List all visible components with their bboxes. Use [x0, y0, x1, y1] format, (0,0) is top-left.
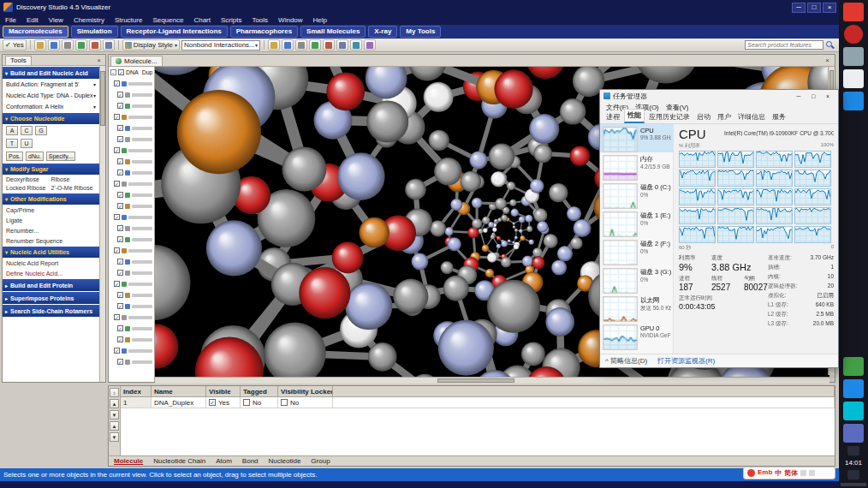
tree-checkbox[interactable]: ✓: [114, 314, 120, 320]
tree-item[interactable]: ✓: [109, 178, 154, 189]
tree-checkbox[interactable]: ✓: [117, 125, 123, 131]
tree-checkbox[interactable]: ✓: [117, 158, 123, 164]
tree-checkbox[interactable]: ✓: [114, 281, 120, 287]
tools-button-specify[interactable]: Specify...: [46, 152, 75, 161]
tools-panel-close-icon[interactable]: ×: [95, 57, 103, 64]
tree-expander-icon[interactable]: −: [110, 69, 116, 75]
taskbar-app-icon[interactable]: [843, 379, 864, 398]
tray-icon[interactable]: [847, 446, 859, 455]
tools-option-nucleic-acid-type-dna-duplex[interactable]: Nucleic Acid Type: DNA - Duplex▾: [3, 90, 99, 101]
tm-tab-[interactable]: 进程: [603, 111, 622, 123]
tree-item[interactable]: ✓: [109, 345, 154, 356]
table-row[interactable]: 1DNA_Duplex✓YesNoNo: [121, 397, 835, 408]
tree-checkbox[interactable]: ✓: [114, 181, 120, 187]
column-header-visible[interactable]: Visible: [206, 386, 241, 397]
row-down-button[interactable]: ▼: [110, 432, 119, 442]
perf-sidebar-cpu[interactable]: CPU9% 3.88 GHz: [600, 124, 673, 152]
taskbar-app-icon[interactable]: [843, 69, 864, 88]
yes-button[interactable]: ✓ Yes: [3, 39, 27, 51]
menu-file[interactable]: File: [0, 16, 21, 24]
ribbon-tab-simulation[interactable]: Simulation: [71, 26, 118, 38]
tree-item[interactable]: ✓: [109, 278, 154, 289]
tools-action-define-nucleic-acid[interactable]: Define Nucleic Acid...: [3, 268, 99, 278]
search-input[interactable]: [745, 40, 823, 50]
tree-root-item[interactable]: −✓DNA_Duplex: [109, 67, 154, 78]
interactions-dropdown[interactable]: Nonbond Interactions... ▾: [181, 40, 260, 51]
tree-item[interactable]: ✓: [109, 245, 154, 256]
tree-checkbox[interactable]: ✓: [117, 292, 123, 298]
tools-action-renumber-sequence[interactable]: Renumber Sequence: [3, 235, 99, 246]
taskbar-clock[interactable]: 14:01: [845, 459, 862, 467]
tools-button-g[interactable]: G: [35, 126, 47, 135]
tree-checkbox[interactable]: ✓: [117, 225, 123, 231]
copy-button[interactable]: [75, 39, 87, 51]
perf-sidebar-0-c[interactable]: 磁盘 0 (C:)0%: [600, 181, 673, 209]
fullscreen-button[interactable]: [336, 39, 348, 51]
table-tab-atom[interactable]: Atom: [216, 457, 232, 465]
tree-item[interactable]: ✓: [109, 267, 154, 278]
print-button[interactable]: [62, 39, 74, 51]
column-header-tagged[interactable]: Tagged: [241, 386, 278, 397]
menu-scripts[interactable]: Scripts: [216, 16, 247, 24]
paste-button[interactable]: [89, 39, 101, 51]
tools-panel-tab[interactable]: Tools: [5, 56, 32, 65]
tree-item[interactable]: ✓: [109, 334, 154, 345]
tree-checkbox[interactable]: ✓: [118, 69, 124, 75]
perf-sidebar-3-g[interactable]: 磁盘 3 (G:)0%: [600, 265, 673, 294]
minimize-button[interactable]: ─: [792, 92, 806, 101]
tools-button-a[interactable]: A: [6, 126, 18, 135]
column-header-visibility-locked[interactable]: Visibility Locked: [278, 386, 333, 397]
tree-item[interactable]: ✓: [109, 78, 154, 89]
tools-section-superimpose-proteins[interactable]: ▸Superimpose Proteins: [3, 292, 99, 304]
tm-tab-[interactable]: 应用历史记录: [646, 111, 693, 123]
tree-checkbox[interactable]: ✓: [114, 114, 120, 120]
tools-section-build-and-edit-protein[interactable]: ▸Build and Edit Protein: [3, 279, 99, 291]
taskbar-app-icon[interactable]: [843, 402, 864, 420]
tree-item[interactable]: ✓: [109, 200, 154, 211]
taskbar-app-icon[interactable]: [843, 357, 864, 376]
fewer-details-link[interactable]: ^ 简略信息(D): [605, 356, 647, 366]
fit-view-button[interactable]: [323, 39, 335, 51]
minimize-button[interactable]: ─: [792, 3, 806, 13]
tree-checkbox[interactable]: ✓: [117, 103, 123, 109]
tree-checkbox[interactable]: ✓: [117, 303, 123, 309]
save-button[interactable]: [48, 39, 60, 51]
tree-checkbox[interactable]: ✓: [117, 92, 123, 98]
tree-item[interactable]: ✓: [109, 356, 154, 367]
perf-sidebar-[interactable]: 内存4.2/15.9 GB (26%): [600, 152, 673, 181]
tree-checkbox[interactable]: ✓: [117, 203, 123, 209]
ribbon-tab-my-tools[interactable]: My Tools: [400, 26, 441, 38]
tree-item[interactable]: ✓: [109, 189, 154, 200]
menu-tools[interactable]: Tools: [247, 16, 273, 24]
tagged-checkbox[interactable]: [243, 399, 250, 406]
tm-tab-[interactable]: 服务: [770, 111, 788, 123]
tools-button-pos[interactable]: Pos.: [6, 152, 23, 161]
menu-chemistry[interactable]: Chemistry: [68, 16, 110, 24]
tree-item[interactable]: ✓: [109, 211, 154, 223]
tree-item[interactable]: ✓: [109, 145, 154, 156]
menu-view[interactable]: View: [44, 16, 68, 24]
tree-checkbox[interactable]: ✓: [117, 236, 123, 242]
tools-action-renumber[interactable]: Renumber...: [3, 225, 99, 235]
ribbon-tab-pharmacophores[interactable]: Pharmacophores: [230, 26, 298, 38]
table-tab-nucleotide[interactable]: Nucleotide: [269, 457, 301, 465]
tree-checkbox[interactable]: ✓: [114, 247, 120, 253]
table-tab-molecule[interactable]: Molecule: [114, 457, 143, 465]
tree-item[interactable]: ✓: [109, 89, 154, 100]
molecule-document-tab[interactable]: Molecule...: [110, 56, 163, 66]
tree-checkbox[interactable]: ✓: [117, 192, 123, 198]
tools-button-t[interactable]: T: [6, 139, 18, 148]
tools-option-conformation-a-helix[interactable]: Conformation: A Helix▾: [3, 101, 99, 112]
table-tab-bond[interactable]: Bond: [242, 457, 259, 465]
ribbon-tab-macromolecules[interactable]: Macromolecules: [3, 26, 68, 38]
tree-item[interactable]: ✓: [109, 100, 154, 111]
ribbon-tab-small-molecules[interactable]: Small Molecules: [300, 26, 366, 38]
tm-tab-[interactable]: 详细信息: [735, 111, 768, 123]
tools-section-build-and-edit-nucleic-acid[interactable]: ▾Build and Edit Nucleic Acid: [3, 67, 99, 79]
tools-choice-ribose[interactable]: Ribose: [51, 176, 97, 182]
settings-button[interactable]: [350, 39, 362, 51]
taskbar-app-icon[interactable]: [843, 424, 864, 443]
zoom-button[interactable]: [309, 39, 321, 51]
ribbon-tab-x-ray[interactable]: X-ray: [368, 26, 397, 38]
tools-subsection-modify-sugar[interactable]: ▾Modify Sugar: [3, 164, 99, 175]
